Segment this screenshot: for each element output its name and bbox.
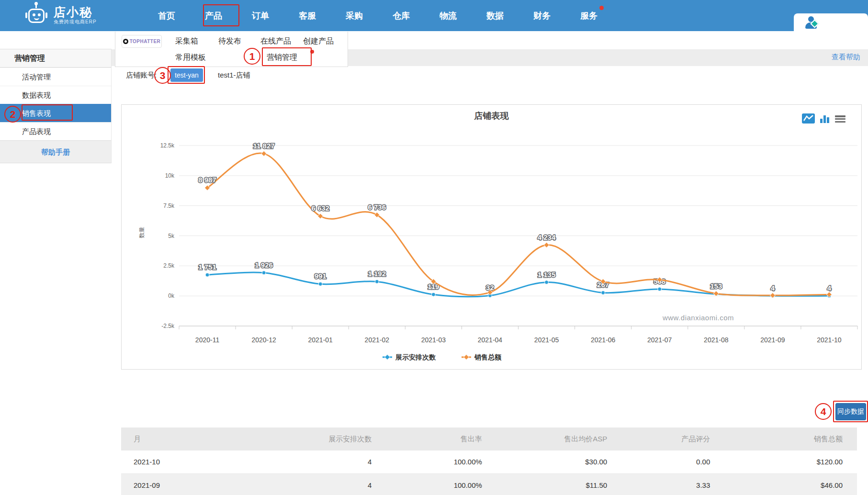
sidebar-help-manual[interactable]: 帮助手册 [0,140,111,163]
col-rating: 产品评分 [621,428,724,450]
x-axis-label: 2021-05 [534,336,559,344]
col-sales-total: 销售总额 [724,428,857,450]
chart-type-bar-icon[interactable] [820,113,830,124]
data-label: 8 987 [198,176,216,184]
nav-item-product[interactable]: 产品 [205,10,222,22]
tab-collect-box[interactable]: 采集箱 [175,36,198,46]
data-label: 11 827 [253,142,275,150]
tab-to-publish[interactable]: 待发布 [218,36,241,46]
app-logo[interactable]: 店小秘 免费跨境电商ERP [25,4,97,27]
data-label: 4 [771,284,775,292]
x-axis-label: 2021-03 [421,336,446,344]
top-nav: 店小秘 免费跨境电商ERP 首页 产品 订单 客服 采购 仓库 物流 数据 财务… [0,0,868,31]
x-axis-label: 2020-12 [251,336,276,344]
data-label: 153 [710,282,722,290]
sidebar-item-product-performance[interactable]: 产品表现 [0,122,111,140]
annotation-circle-4: 4 [815,403,832,420]
product-dropdown-menu: TOPHATTER 采集箱 待发布 在线产品 创建产品 常用模板 营销管理 [115,32,348,67]
data-label: 4 [827,284,832,292]
annotation-circle-3: 3 [154,67,171,84]
col-month: 月 [121,428,254,450]
y-axis-tick: 7.5k [163,202,175,209]
tophatter-logo[interactable]: TOPHATTER [122,35,162,48]
sidebar-item-activity[interactable]: 活动管理 [0,68,111,86]
col-sell-through: 售出率 [386,428,496,450]
data-label: 4 234 [538,233,556,241]
col-asp: 售出均价ASP [496,428,621,450]
x-axis-label: 2021-08 [704,336,729,344]
col-impressions: 展示安排次数 [254,428,386,450]
tab-online-products[interactable]: 在线产品 [260,36,291,46]
legend-item-impressions[interactable]: 展示安排次数 [383,353,436,361]
nav-item-service[interactable]: 客服 [299,10,316,22]
tab-create-product[interactable]: 创建产品 [303,36,334,46]
app-title: 店小秘 [54,5,97,19]
x-axis-label: 2020-11 [195,336,220,344]
data-point [431,292,435,296]
series-impressions: 1 7511 9269911 192119321 13526756815344 [198,261,832,298]
sidebar-item-data-performance[interactable]: 数据表现 [0,86,111,104]
y-axis-tick: 0k [168,292,175,299]
y-axis-tick: 10k [165,172,175,179]
table-row: 2021-09 4 100.00% $11.50 3.33 $46.00 [121,473,857,495]
performance-chart: 12.5k10k7.5k5k2.5k0k-2.5k2020-112020-122… [122,105,862,370]
nav-item-logistics[interactable]: 物流 [440,10,457,22]
x-axis-label: 2021-07 [647,336,672,344]
data-point [713,291,719,296]
series-sales: 8 98711 8276 6326 7364 234 [198,142,832,298]
monthly-table: 月 展示安排次数 售出率 售出均价ASP 产品评分 销售总额 2021-10 4… [121,428,857,495]
legend-item-sales[interactable]: 销售总额 [462,353,502,361]
store-performance-panel: 店铺表现 12.5k10k7.5k5k2.5k0k-2.5k2020-11202… [121,104,862,370]
store-chip-selected[interactable]: test-yan [170,68,203,82]
tab-marketing-management[interactable]: 营销管理 [267,53,297,63]
data-point [205,273,209,277]
user-box[interactable] [794,13,868,31]
data-label: 991 [315,272,327,280]
sidebar-item-sales-performance[interactable]: 销售表现 [0,104,111,122]
nav-items: 首页 产品 订单 客服 采购 仓库 物流 数据 财务 服务 [158,0,597,31]
data-point [262,271,266,275]
watermark: www.dianxiaomi.com [663,314,734,322]
nav-item-home[interactable]: 首页 [158,10,175,22]
store-chip-other[interactable]: test1-店铺 [218,71,250,80]
nav-item-finance[interactable]: 财务 [533,10,551,22]
marketing-badge-dot [310,50,314,54]
user-icon [804,16,819,29]
data-point [261,151,267,156]
x-axis-label: 2021-02 [365,336,390,344]
chart-title: 店铺表现 [122,110,861,122]
nav-item-data[interactable]: 数据 [486,10,504,22]
y-axis-tick: -2.5k [161,323,175,329]
data-point [318,282,322,286]
table-row: 2021-10 4 100.00% $30.00 0.00 $120.00 [121,450,857,473]
svg-text:展示安排次数: 展示安排次数 [395,353,436,361]
nav-item-services[interactable]: 服务 [580,10,597,22]
grid: 12.5k10k7.5k5k2.5k0k-2.5k [160,142,857,329]
view-help-link[interactable]: 查看帮助 [832,53,860,62]
sync-data-button[interactable]: 同步数据 [835,403,866,420]
x-axis-label: 2021-06 [591,336,616,344]
nav-item-orders[interactable]: 订单 [252,10,269,22]
data-point [375,280,379,283]
x-axis-label: 2021-10 [817,336,842,344]
nav-item-warehouse[interactable]: 仓库 [393,10,410,22]
x-axis-label: 2021-04 [478,336,503,344]
svg-text:销售总额: 销售总额 [474,353,502,361]
app-subtitle: 免费跨境电商ERP [54,19,97,25]
store-account-label: 店铺账号: [126,71,157,80]
table-header: 月 展示安排次数 售出率 售出均价ASP 产品评分 销售总额 [121,428,857,450]
data-point [770,293,775,298]
tab-common-templates[interactable]: 常用模板 [175,53,206,63]
nav-item-purchase[interactable]: 采购 [346,10,363,22]
chart-toolbar [802,113,845,124]
sidebar-header: 营销管理 [0,49,111,68]
chart-type-line-icon[interactable] [802,113,815,124]
data-point [545,281,549,284]
sidebar: 营销管理 活动管理 数据表现 销售表现 产品表现 帮助手册 [0,49,112,163]
data-point [544,242,549,248]
robot-logo-icon [25,4,48,27]
x-axis: 2020-112020-122021-012021-022021-032021-… [179,326,857,344]
data-label: 1 192 [368,270,386,278]
chart-menu-icon[interactable] [835,114,845,124]
y-axis-tick: 5k [168,233,175,239]
